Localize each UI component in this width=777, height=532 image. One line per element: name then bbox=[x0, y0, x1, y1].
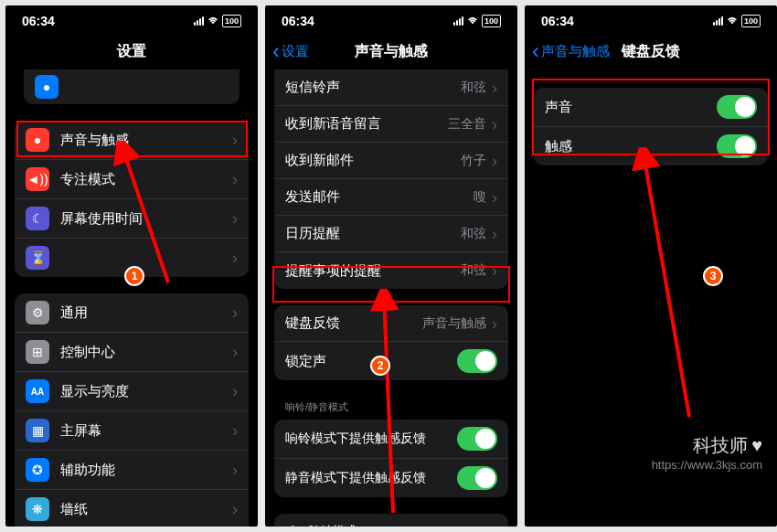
back-button[interactable]: 声音与触感 bbox=[525, 43, 610, 60]
row-calendar[interactable]: 日历提醒和弦› bbox=[274, 216, 508, 252]
lock-sound-toggle[interactable] bbox=[457, 349, 497, 373]
gear-icon: ⚙ bbox=[26, 301, 49, 325]
page-title: 键盘反馈 bbox=[622, 42, 680, 61]
page-title: 声音与触感 bbox=[355, 42, 428, 61]
settings-row-display[interactable]: AA显示与亮度› bbox=[15, 372, 249, 411]
row-silent-haptic[interactable]: 静音模式下提供触感反馈 bbox=[274, 459, 508, 497]
signal-icon bbox=[713, 16, 723, 26]
row-text-tone[interactable]: 短信铃声和弦› bbox=[274, 69, 508, 106]
row-lock-sound[interactable]: 锁定声 bbox=[274, 342, 508, 380]
annotation-badge-2: 2 bbox=[370, 356, 390, 376]
settings-row-focus[interactable]: ☾ 屏幕使用时间 › bbox=[15, 199, 249, 239]
chevron-right-icon: › bbox=[232, 173, 238, 186]
bell-icon: 🔔 bbox=[285, 525, 300, 527]
chevron-right-icon: › bbox=[232, 212, 238, 225]
chevron-right-icon: › bbox=[232, 133, 238, 146]
row-keyboard-sound[interactable]: 声音 bbox=[534, 88, 768, 127]
signal-icon bbox=[453, 16, 463, 26]
settings-row-sound-haptics[interactable]: ◄)) 专注模式 › bbox=[15, 160, 249, 199]
silent-haptic-toggle[interactable] bbox=[457, 466, 497, 490]
row-voicemail[interactable]: 收到新语音留言三全音› bbox=[274, 106, 508, 143]
switches-icon: ⊞ bbox=[26, 340, 49, 364]
wifi-icon bbox=[207, 16, 219, 26]
battery-icon: 100 bbox=[741, 15, 761, 27]
notification-icon: ● bbox=[26, 128, 49, 152]
flower-icon: ❋ bbox=[26, 497, 49, 521]
row-new-mail[interactable]: 收到新邮件竹子› bbox=[274, 143, 508, 179]
signal-icon bbox=[194, 16, 204, 26]
settings-row-notifications[interactable]: ● 声音与触感 › bbox=[15, 121, 249, 160]
annotation-badge-3: 3 bbox=[703, 266, 723, 286]
settings-row-peek[interactable]: ● bbox=[24, 69, 239, 104]
settings-row-control-center[interactable]: ⊞控制中心› bbox=[15, 333, 249, 372]
chevron-right-icon: › bbox=[232, 251, 238, 264]
screen-keyboard-feedback: 06:34 100 声音与触感 键盘反馈 声音 触感 3 科技师 ♥ https… bbox=[525, 5, 777, 527]
keyboard-sound-toggle[interactable] bbox=[717, 95, 757, 119]
wifi-icon bbox=[466, 16, 479, 26]
settings-row-homescreen[interactable]: ▦主屏幕› bbox=[15, 411, 249, 451]
status-time: 06:34 bbox=[282, 14, 314, 28]
status-time: 06:34 bbox=[541, 14, 574, 28]
battery-icon: 100 bbox=[222, 15, 241, 27]
sound-icon: ◄)) bbox=[26, 167, 49, 191]
settings-row-accessibility[interactable]: ✪辅助功能› bbox=[15, 451, 249, 490]
grid-icon: ▦ bbox=[26, 419, 49, 442]
row-keyboard-feedback[interactable]: 键盘反馈声音与触感› bbox=[274, 305, 508, 342]
annotation-badge-1: 1 bbox=[124, 266, 144, 286]
aa-icon: AA bbox=[26, 379, 49, 403]
status-bar: 06:34 100 bbox=[265, 5, 517, 33]
icon-peek: ● bbox=[35, 75, 59, 99]
row-sent-mail[interactable]: 发送邮件嗖› bbox=[274, 179, 508, 216]
heart-icon: ♥ bbox=[751, 435, 762, 456]
svg-line-2 bbox=[644, 154, 689, 417]
back-button[interactable]: 设置 bbox=[265, 43, 309, 60]
row-reminders[interactable]: 提醒事项的提醒和弦› bbox=[274, 252, 508, 289]
hourglass-icon: ⌛ bbox=[26, 246, 49, 270]
ring-haptic-toggle[interactable] bbox=[457, 427, 497, 451]
keyboard-haptic-toggle[interactable] bbox=[717, 134, 757, 158]
page-title: 设置 bbox=[117, 42, 146, 61]
arrow-3 bbox=[625, 147, 708, 421]
row-keyboard-haptic[interactable]: 触感 bbox=[534, 127, 768, 165]
status-bar: 06:34 100 bbox=[525, 5, 777, 33]
desc-ring-mode: 🔔响铃模式 响铃模式下，你会听到铃声和提醒。 bbox=[274, 514, 508, 527]
section-header-ring: 响铃/静音模式 bbox=[274, 397, 508, 420]
accessibility-icon: ✪ bbox=[26, 458, 49, 482]
row-ring-haptic[interactable]: 响铃模式下提供触感反馈 bbox=[274, 420, 508, 459]
battery-icon: 100 bbox=[482, 15, 501, 27]
status-time: 06:34 bbox=[22, 14, 55, 28]
screen-settings: 06:34 100 设置 ● ● 声音与触感 › ◄)) bbox=[5, 5, 258, 527]
status-bar: 06:34 100 bbox=[5, 5, 258, 33]
watermark: 科技师 ♥ https://www.3kjs.com bbox=[652, 433, 762, 472]
settings-row-general[interactable]: ⚙通用› bbox=[15, 293, 249, 333]
moon-icon: ☾ bbox=[26, 207, 49, 230]
wifi-icon bbox=[726, 16, 739, 26]
settings-row-wallpaper[interactable]: ❋墙纸› bbox=[15, 490, 249, 527]
screen-sounds: 06:34 100 设置 声音与触感 短信铃声和弦› 收到新语音留言三全音› 收… bbox=[265, 5, 517, 527]
